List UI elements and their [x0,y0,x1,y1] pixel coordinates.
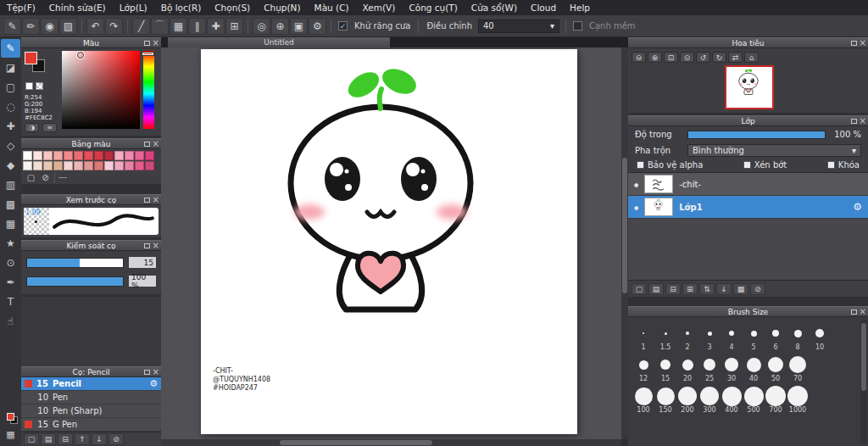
brush-size-scrollbar[interactable] [860,320,867,443]
menu-edit[interactable]: Chỉnh sửa(E) [42,1,113,14]
brush-item-pen-sharp[interactable]: 10 Pen (Sharp) [21,404,161,418]
color-bars-button[interactable]: ≡ [42,123,57,132]
palette-swatch[interactable] [104,151,114,160]
snap-cross-icon[interactable]: ✚ [207,18,225,35]
pixel-grid-icon[interactable]: ▦ [6,429,14,440]
brush-item-pencil[interactable]: 15 Pencil ⚙ [21,377,161,391]
float-panel-icon[interactable] [144,370,150,375]
lock-option[interactable]: Khóa [827,160,860,170]
gradient-tool[interactable]: ▥ [1,176,20,194]
eraser-tool[interactable]: ◪ [1,59,20,77]
brush-size-option[interactable]: 1.5 [654,323,676,352]
default-color-swatch[interactable] [25,82,33,90]
delete-layer-button[interactable]: ⊘ [750,283,765,295]
palette-swatch[interactable] [104,161,114,170]
hue-slider[interactable] [143,51,154,129]
snap-off-icon[interactable]: ▣ [290,18,308,35]
protect-alpha-checkbox[interactable] [637,161,644,169]
brush-size-option[interactable]: 30 [721,354,743,383]
menu-file[interactable]: Tệp(F) [0,1,42,14]
color-picker-ring[interactable] [77,52,84,59]
brush-size-option[interactable]: 200 [676,386,698,415]
brush-size-slider[interactable] [26,258,124,268]
vertical-scroll-thumb[interactable] [622,158,627,293]
palette-swatch[interactable] [94,161,103,170]
blend-mode-dropdown[interactable]: Bình thường ▾ [687,144,861,157]
magic-wand-tool[interactable]: ★ [1,234,20,253]
snap-ring-icon[interactable]: ◎ [253,18,270,35]
brush-size-option[interactable]: 25 [698,354,721,383]
close-panel-icon[interactable]: × [860,117,866,125]
close-panel-icon[interactable]: × [860,39,866,47]
palette-swatch[interactable] [94,151,103,160]
palette-swatch[interactable] [64,161,73,170]
navigator-thumbnail[interactable] [725,65,774,109]
antialias-checkbox[interactable]: ✓ [338,21,348,31]
clipping-option[interactable]: Xén bớt [743,160,787,170]
layer-visibility-icon[interactable]: ● [634,204,638,210]
delete-brush-button[interactable]: ⊘ [108,433,124,445]
ruler-line-icon[interactable]: ╱ [132,18,150,35]
palette-swatch[interactable] [33,151,42,160]
float-panel-icon[interactable] [144,41,150,46]
brush-size-option[interactable]: 2 [676,323,698,352]
canvas-viewport[interactable]: -CHIT- @TUQUYNH1408 #HOIDAP247 [161,47,621,439]
palette-swatch[interactable] [84,161,93,170]
brush-size-scroll-thumb[interactable] [861,323,866,391]
palette-swatch[interactable] [43,151,53,160]
palette-swatch[interactable] [135,161,144,170]
pen-tool[interactable]: ✒ [1,273,20,292]
brush-size-option[interactable]: 300 [698,386,721,415]
brush-size-option[interactable]: 1 [632,323,654,352]
menu-snap[interactable]: Chụp(N) [257,1,307,14]
duplicate-layer-button[interactable]: ⊟ [665,283,681,295]
palette-swatch[interactable] [33,161,42,170]
brush-size-option[interactable]: 6 [765,323,787,352]
soft-edge-checkbox[interactable] [573,21,582,31]
clear-layer-button[interactable]: ▦ [733,283,748,295]
move-layer-down-button[interactable]: ↓ [716,283,732,295]
float-panel-icon[interactable] [144,243,150,248]
close-panel-icon[interactable]: × [153,242,159,250]
brush-size-option[interactable]: 400 [721,386,743,415]
tone-tool[interactable]: ▩ [1,195,20,214]
layer-opacity-slider[interactable] [687,131,826,139]
rotate-right-button[interactable]: ↻ [712,52,726,63]
protect-alpha-option[interactable]: Bảo vệ alpha [637,160,703,170]
palette-swatch[interactable] [23,161,32,170]
redo-icon[interactable]: ↷ [105,18,123,35]
brush-size-option[interactable]: 100 [632,386,654,415]
layer-visibility-icon[interactable]: ● [634,181,638,187]
hue-slider-marker[interactable] [142,53,153,55]
transform-tool[interactable]: ◇ [1,137,20,155]
brush-size-option[interactable]: 40 [743,354,765,383]
lock-checkbox[interactable] [827,161,835,169]
move-brush-up-button[interactable]: ↑ [75,433,90,445]
hatch-icon[interactable]: ▨ [59,18,77,35]
brush-size-option[interactable]: 8 [787,323,809,352]
brush-size-option[interactable]: 70 [787,354,809,383]
foreground-color-mini-swatch[interactable] [7,413,14,421]
pencil-icon[interactable]: ✎ [3,18,21,35]
move-tool[interactable]: ✚ [1,117,20,136]
saturation-value-picker[interactable] [62,51,140,129]
menu-layer[interactable]: Lớp(L) [113,1,154,14]
layer-settings-icon[interactable]: ⚙ [853,201,862,213]
grid-select-tool[interactable]: ▦ [1,215,20,233]
close-panel-icon[interactable]: × [153,196,159,204]
undo-icon[interactable]: ↶ [86,18,104,35]
brush-tool[interactable]: ✎ [1,39,20,58]
brush-size-option[interactable]: 10 [809,323,831,352]
brush-size-option[interactable]: 5 [743,323,765,352]
float-panel-icon[interactable] [851,309,857,315]
menu-cloud[interactable]: Cloud [524,1,563,14]
menu-select[interactable]: Chọn(S) [208,1,257,14]
palette-swatch[interactable] [125,151,134,160]
flip-view-button[interactable]: ⇄ [728,52,743,63]
palette-swatch[interactable] [23,151,32,160]
reset-view-button[interactable]: ⌂ [744,52,759,63]
clipping-checkbox[interactable] [743,161,751,169]
add-brush-button[interactable]: ▢ [24,433,39,445]
menu-color[interactable]: Màu (C) [308,1,356,14]
float-panel-icon[interactable] [144,198,150,203]
